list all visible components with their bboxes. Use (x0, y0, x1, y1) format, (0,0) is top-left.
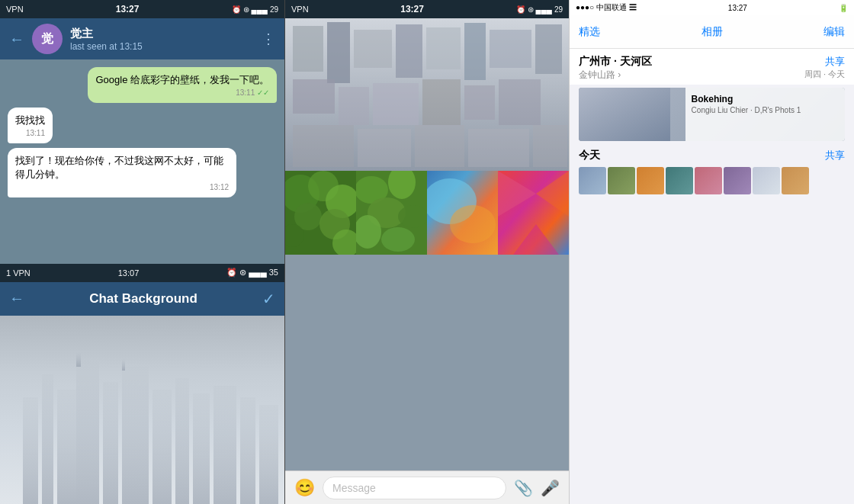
time-1: 13:27 (116, 4, 140, 14)
bottom-time: 13:07 (118, 268, 140, 278)
svg-rect-58 (579, 88, 670, 141)
svg-rect-26 (373, 83, 419, 125)
status-icons-1: ⏰ ⊛ ▄▄▄ 29 (232, 5, 278, 14)
svg-rect-11 (214, 386, 236, 504)
strip-thumb-6[interactable] (724, 167, 751, 194)
photos-edit-button[interactable]: 编辑 (824, 25, 845, 39)
photos-secondary-nav[interactable]: 相册 (702, 25, 723, 39)
wallpaper-city-photo (285, 18, 569, 171)
emoji-icon[interactable]: 😊 (294, 478, 315, 498)
ios-status-bar: ●●●○ 中国联通 ☰ 13:27 🔋 (570, 0, 854, 15)
svg-rect-19 (396, 24, 422, 78)
svg-rect-5 (103, 382, 118, 504)
status-bar-1: VPN 13:27 ⏰ ⊛ ▄▄▄ 29 (0, 0, 284, 18)
ios-photos-panel: ●●●○ 中国联通 ☰ 13:27 🔋 精选 相册 编辑 广州市 · 天河区 金… (569, 0, 854, 504)
svg-rect-7 (122, 359, 125, 371)
status-icons-2: ⏰ ⊛ ▄▄▄ 29 (516, 5, 563, 14)
svg-point-52 (450, 205, 496, 243)
chat-bg-confirm-button[interactable]: ✓ (262, 290, 275, 308)
message-received-1: 我找找 13:11 (8, 108, 53, 143)
bottom-status-bar: 1 VPN 13:07 ⏰ ⊛ ▄▄▄ 35 (0, 264, 284, 282)
svg-rect-8 (152, 390, 172, 504)
ios-time: 13:27 (728, 4, 747, 12)
strip-thumb-5[interactable] (695, 167, 722, 194)
svg-rect-29 (499, 79, 541, 125)
featured-info: Bokehing Congiu Liu Chier · D,R's Phots … (685, 88, 845, 141)
location-info: 广州市 · 天河区 金钟山路 › (579, 55, 652, 82)
chat-header: ← 觉 觉主 last seen at 13:15 ⋮ (0, 18, 284, 59)
chat-bg-back-button[interactable]: ← (9, 290, 24, 307)
wallpaper-thumb-green1[interactable] (285, 171, 356, 255)
wallpaper-thumbs-row[interactable] (285, 171, 569, 255)
wallpaper-thumb-colorful[interactable] (427, 171, 498, 255)
svg-rect-24 (293, 79, 335, 114)
message-input[interactable]: Message (323, 477, 506, 499)
svg-rect-10 (193, 393, 210, 504)
strip-thumb-2[interactable] (608, 167, 635, 194)
ios-carrier: ●●●○ 中国联通 ☰ (576, 2, 637, 13)
date-label: 周四 · 今天 (804, 69, 845, 80)
svg-rect-20 (426, 27, 461, 69)
svg-rect-23 (535, 24, 562, 74)
message-text: 找到了！现在给你传，不过我这网不太好，可能得几分钟。 (15, 155, 223, 180)
location-name: 广州市 · 天河区 (579, 55, 652, 69)
message-time: 13:11 ✓✓ (95, 88, 269, 97)
svg-point-49 (381, 227, 415, 252)
today-label: 今天 (579, 149, 600, 162)
carrier-2: VPN (291, 5, 309, 14)
location-sub: 金钟山路 › (579, 69, 652, 82)
chat-bg-header: ← Chat Background ✓ (0, 282, 284, 316)
menu-button[interactable]: ⋮ (262, 30, 275, 47)
message-sent-1: Google 给底彩字的壁纸，发我一下吧。 13:11 ✓✓ (88, 67, 277, 103)
photo-thumb-strip (570, 165, 854, 196)
strip-thumb-4[interactable] (666, 167, 693, 194)
svg-rect-3 (76, 359, 99, 504)
svg-rect-12 (240, 397, 255, 504)
contact-status: last seen at 13:15 (70, 41, 254, 52)
strip-thumb-3[interactable] (637, 167, 664, 194)
message-text: Google 给底彩字的壁纸，发我一下吧。 (95, 74, 269, 85)
bottom-icons: ⏰ ⊛ ▄▄▄ 35 (226, 268, 278, 278)
back-button[interactable]: ← (9, 30, 24, 48)
today-share-button[interactable]: 共享 (825, 149, 845, 162)
featured-photo[interactable]: Bokehing Congiu Liu Chier · D,R's Phots … (579, 88, 845, 141)
wallpaper-thumb-poly[interactable] (498, 171, 569, 255)
svg-rect-27 (422, 79, 461, 125)
attachment-icon[interactable]: 📎 (514, 479, 533, 497)
share-date: 共享 周四 · 今天 (804, 55, 845, 80)
city-photo-bg (285, 18, 569, 171)
today-row: 今天 共享 (570, 144, 854, 165)
contact-info[interactable]: 觉主 last seen at 13:15 (70, 27, 254, 52)
svg-rect-30 (293, 125, 354, 167)
svg-rect-21 (464, 23, 486, 80)
svg-rect-17 (327, 22, 350, 83)
strip-thumb-7[interactable] (753, 167, 780, 194)
message-text: 我找找 (15, 114, 45, 126)
mic-icon[interactable]: 🎤 (541, 479, 560, 497)
wallpaper-main-preview (285, 255, 569, 470)
strip-thumb-8[interactable] (782, 167, 809, 194)
wallpaper-thumb-leaves[interactable] (356, 171, 427, 255)
telegram-wallpaper-panel: VPN 13:27 ⏰ ⊛ ▄▄▄ 29 (284, 0, 569, 504)
featured-title: Bokehing (692, 94, 839, 104)
ios-battery: 🔋 (839, 4, 848, 12)
svg-rect-16 (293, 26, 323, 72)
message-time: 13:12 (15, 183, 229, 191)
telegram-chat-panel: VPN 13:27 ⏰ ⊛ ▄▄▄ 29 ← 觉 觉主 last seen at… (0, 0, 284, 504)
share-button[interactable]: 共享 (804, 55, 845, 69)
svg-rect-13 (259, 405, 278, 504)
contact-name: 觉主 (70, 27, 254, 41)
svg-rect-32 (415, 125, 464, 167)
svg-rect-18 (354, 30, 392, 68)
avatar: 觉 (32, 24, 63, 54)
svg-rect-1 (42, 374, 53, 504)
chat-bg-title: Chat Background (24, 291, 262, 307)
strip-thumb-1[interactable] (579, 167, 606, 194)
chat-messages: Google 给底彩字的壁纸，发我一下吧。 13:11 ✓✓ 我找找 13:11… (0, 59, 284, 264)
photos-back-button[interactable]: 精选 (579, 25, 600, 39)
svg-rect-6 (122, 367, 149, 504)
message-time: 13:11 (15, 129, 45, 137)
svg-rect-31 (358, 129, 411, 167)
carrier-1: VPN (6, 5, 24, 14)
svg-rect-28 (464, 85, 495, 120)
